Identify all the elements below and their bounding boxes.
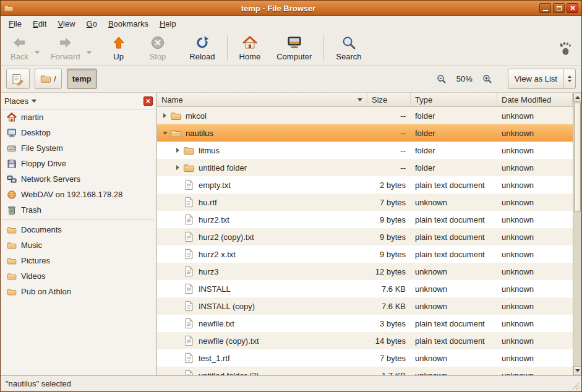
menu-go[interactable]: Go [81, 16, 103, 32]
sidebar-item-pictures[interactable]: Pictures [1, 253, 156, 268]
desktop-icon [7, 128, 17, 138]
table-row[interactable]: INSTALL (copy) 7.6 KB unknown unknown [157, 297, 573, 315]
table-row[interactable]: mkcol -- folder unknown [157, 107, 573, 124]
column-header-name[interactable]: Name [157, 93, 367, 106]
location-bar: / temp 50% View as List [1, 66, 581, 93]
toolbar-separator [323, 35, 324, 61]
zoom-in-button[interactable] [481, 72, 494, 86]
sidebar-item-documents[interactable]: Documents [1, 222, 156, 237]
size-cell: 7.6 KB [367, 297, 411, 315]
sidebar-item-file-system[interactable]: File System [1, 140, 156, 156]
menu-help[interactable]: Help [154, 16, 182, 32]
size-cell: 7.6 KB [367, 280, 411, 297]
sidebar-item-martin[interactable]: martin [1, 109, 156, 125]
path-button-root[interactable]: / [35, 69, 62, 89]
sidebar-item-videos[interactable]: Videos [1, 268, 156, 284]
zoom-out-button[interactable] [435, 72, 448, 86]
window-controls [539, 3, 578, 13]
table-row[interactable]: untitled folder -- folder unknown [157, 159, 573, 176]
scroll-up-button[interactable] [573, 93, 581, 102]
table-row[interactable]: INSTALL 7.6 KB unknown unknown [157, 280, 573, 297]
titlebar[interactable]: temp - File Browser [1, 1, 581, 16]
back-button[interactable]: Back [4, 33, 35, 64]
type-cell: folder [411, 107, 497, 124]
table-row[interactable]: test_1.rtf 7 bytes unknown unknown [157, 349, 573, 367]
size-cell: 9 bytes [367, 228, 411, 245]
sort-descending-icon [357, 98, 362, 101]
list-header: Name Size Type Date Modified [157, 93, 573, 107]
text-file-icon [184, 266, 194, 277]
menu-bookmarks[interactable]: Bookmarks [103, 16, 154, 32]
file-browser-window: temp - File Browser File Edit View Go Bo… [0, 0, 582, 392]
name-cell: INSTALL (copy) [157, 297, 367, 315]
reload-button[interactable]: Reload [183, 33, 221, 64]
table-row[interactable]: litmus -- folder unknown [157, 142, 573, 159]
modified-cell: unknown [497, 245, 573, 263]
table-row[interactable]: empty.txt 2 bytes plain text document un… [157, 176, 573, 194]
path-button-current[interactable]: temp [67, 69, 97, 89]
search-button[interactable]: Search [330, 33, 367, 64]
text-file-icon [184, 318, 194, 329]
sidebar-item-pub-on-athlon[interactable]: Pub on Athlon [1, 284, 156, 299]
type-cell: plain text document [411, 211, 497, 228]
webdav-icon [7, 190, 17, 200]
computer-button[interactable]: Computer [270, 33, 318, 64]
close-sidebar-button[interactable] [143, 96, 153, 106]
home-icon [242, 35, 257, 50]
size-cell: 1.7 KB [367, 367, 411, 375]
type-cell: plain text document [411, 176, 497, 194]
toggle-location-entry-button[interactable] [6, 69, 30, 89]
expander-collapsed-icon[interactable] [160, 113, 170, 118]
menu-file[interactable]: File [3, 16, 27, 32]
sidebar-item-music[interactable]: Music [1, 237, 156, 253]
up-button[interactable]: Up [105, 33, 132, 64]
back-group: Back [4, 33, 45, 64]
resize-grip[interactable] [570, 381, 580, 391]
expander-expanded-icon[interactable] [160, 132, 170, 135]
forward-history-arrow[interactable] [87, 51, 92, 54]
content-area: Places martin Desktop File System [1, 93, 581, 375]
scrollbar-thumb[interactable] [574, 103, 581, 212]
column-header-type[interactable]: Type [411, 93, 497, 106]
expander-collapsed-icon[interactable] [173, 165, 183, 170]
expander-collapsed-icon[interactable] [173, 148, 183, 153]
back-history-arrow[interactable] [35, 51, 40, 54]
minimize-button[interactable] [539, 3, 551, 13]
table-row[interactable]: hurz2 (copy).txt 9 bytes plain text docu… [157, 228, 573, 245]
scrollbar-trough[interactable] [573, 102, 581, 366]
column-header-size[interactable]: Size [367, 93, 411, 106]
sidebar-item-desktop[interactable]: Desktop [1, 125, 156, 140]
size-cell: 12 bytes [367, 263, 411, 280]
name-cell: empty.txt [157, 176, 367, 194]
menu-edit[interactable]: Edit [27, 16, 52, 32]
stop-button[interactable]: Stop [143, 33, 173, 64]
folder-icon [170, 129, 182, 138]
column-header-date-modified[interactable]: Date Modified [497, 93, 573, 106]
table-row[interactable]: hurz2.txt 9 bytes plain text document un… [157, 211, 573, 228]
home-icon [7, 113, 17, 122]
sidebar-item-trash[interactable]: Trash [1, 202, 156, 218]
sidebar-item-network-servers[interactable]: Network Servers [1, 171, 156, 187]
scroll-down-button[interactable] [573, 366, 581, 375]
table-row[interactable]: hurz3 12 bytes unknown unknown [157, 263, 573, 280]
table-row[interactable]: hurz2 x.txt 9 bytes plain text document … [157, 245, 573, 263]
forward-button[interactable]: Forward [45, 33, 87, 64]
name-cell: hurz3 [157, 263, 367, 280]
sidebar-item-webdav[interactable]: WebDAV on 192.168.178.28 [1, 187, 156, 202]
forward-group: Forward [45, 33, 96, 64]
vertical-scrollbar[interactable] [573, 93, 581, 375]
table-row[interactable]: newfile (copy).txt 14 bytes plain text d… [157, 332, 573, 349]
trash-icon [7, 205, 17, 215]
table-row[interactable]: untitled folder (2) 1.7 KB unknown unkno… [157, 367, 573, 375]
maximize-button[interactable] [553, 3, 565, 13]
sidebar-item-floppy-drive[interactable]: Floppy Drive [1, 156, 156, 171]
home-button[interactable]: Home [233, 33, 267, 64]
table-row[interactable]: newfile.txt 3 bytes plain text document … [157, 315, 573, 332]
text-file-icon [184, 197, 194, 208]
view-as-combobox[interactable]: View as List [508, 69, 576, 89]
menu-view[interactable]: View [52, 16, 80, 32]
table-row[interactable]: hu.rtf 7 bytes unknown unknown [157, 194, 573, 211]
close-button[interactable] [567, 3, 578, 13]
sidebar-pane-selector[interactable]: Places [1, 93, 156, 109]
table-row-selected[interactable]: nautilus -- folder unknown [157, 124, 573, 142]
